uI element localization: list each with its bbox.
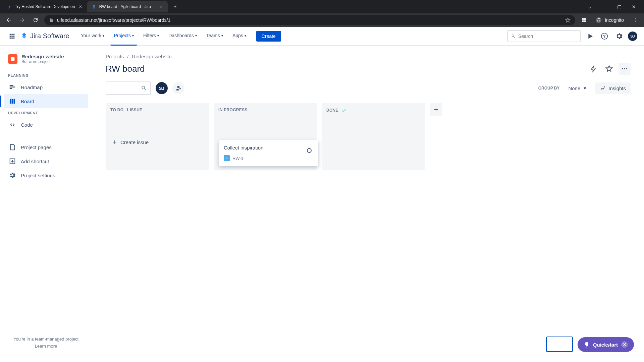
new-tab-button[interactable]: ＋ [170, 2, 180, 11]
search-input[interactable] [518, 34, 577, 39]
member-avatar[interactable]: SJ [156, 82, 168, 94]
tabs-dropdown-icon[interactable]: ⌄ [586, 4, 593, 9]
mini-panel-toggle[interactable] [546, 337, 573, 352]
top-nav: Jira Software Your work▾ Projects▾ Filte… [0, 27, 644, 46]
close-window-icon[interactable]: ✕ [631, 4, 637, 9]
incognito-icon [595, 17, 602, 23]
tab-title: RW board - Agile board - Jira [99, 4, 156, 9]
search-icon [141, 85, 147, 91]
board-search-input[interactable] [106, 81, 151, 95]
incognito-label: Incognito [605, 17, 624, 23]
sidebar-item-board[interactable]: Board [4, 94, 88, 108]
tab-close-icon[interactable]: ✕ [78, 4, 83, 9]
window-controls: ⌄ ─ ▢ ✕ [586, 4, 644, 9]
quickstart-close-icon[interactable]: ✕ [621, 341, 628, 348]
group-by-select[interactable]: None ▾ [564, 82, 590, 94]
insights-icon [600, 85, 606, 91]
chevron-down-icon: ▾ [195, 34, 197, 38]
reload-button[interactable] [31, 15, 40, 25]
main-content: Projects / Redesign website RW board SJ [92, 46, 644, 362]
search-icon [511, 34, 516, 39]
svg-point-5 [624, 68, 625, 69]
settings-icon[interactable] [613, 30, 625, 42]
star-icon[interactable] [565, 17, 571, 23]
star-icon[interactable] [603, 63, 615, 75]
footer-text: You're in a team-managed project [9, 337, 83, 342]
add-column-button[interactable]: ＋ [430, 103, 442, 116]
tab-title: Try Hosted Software Developmen [15, 4, 75, 9]
sidebar-divider [7, 136, 85, 136]
insights-button[interactable]: Insights [595, 82, 631, 94]
nav-dashboards[interactable]: Dashboards▾ [165, 27, 200, 46]
chevron-down-icon: ▾ [103, 34, 104, 38]
user-avatar[interactable]: SJ [628, 32, 637, 41]
chevron-down-icon: ▾ [245, 34, 246, 38]
add-member-button[interactable] [172, 82, 184, 94]
plus-icon [112, 139, 118, 145]
incognito-badge[interactable]: Incognito [593, 17, 627, 23]
footer-learn-more-link[interactable]: Learn more [9, 344, 83, 349]
floating-actions: Quickstart ✕ [546, 337, 634, 352]
breadcrumb-separator: / [127, 54, 128, 59]
sidebar-item-project-pages[interactable]: Project pages [4, 140, 88, 154]
global-search[interactable] [507, 30, 581, 42]
pages-icon [9, 143, 16, 151]
group-by-label: GROUP BY [538, 86, 560, 90]
nav-your-work[interactable]: Your work▾ [77, 27, 108, 46]
sidebar-item-code[interactable]: Code [4, 118, 88, 132]
sidebar-item-roadmap[interactable]: Roadmap [4, 80, 88, 94]
extensions-icon[interactable] [579, 15, 589, 25]
nav-apps[interactable]: Apps▾ [229, 27, 250, 46]
check-icon [341, 108, 346, 113]
tab-close-icon[interactable]: ✕ [158, 4, 164, 9]
filter-row: SJ GROUP BY None ▾ Insights [106, 81, 631, 95]
help-icon[interactable]: ? [598, 30, 610, 42]
maximize-icon[interactable]: ▢ [616, 4, 623, 9]
add-shortcut-icon [9, 158, 16, 165]
more-icon[interactable] [619, 63, 631, 75]
jira-logo-icon [20, 32, 28, 40]
project-header[interactable]: Redesign website Software project [4, 54, 88, 71]
svg-point-4 [622, 68, 623, 69]
sidebar-item-add-shortcut[interactable]: Add shortcut [4, 154, 88, 168]
breadcrumb-link[interactable]: Redesign website [132, 54, 171, 59]
url-text: uifeed.atlassian.net/jira/software/proje… [57, 17, 562, 23]
column-title: DONE [326, 108, 338, 113]
issue-card-dragging[interactable]: Collect inspiration RW-1 [219, 140, 318, 166]
app-switcher-icon[interactable] [7, 31, 17, 42]
create-button[interactable]: Create [256, 31, 281, 42]
board-column-todo[interactable]: TO DO 1 ISSUE Create issue [106, 103, 209, 170]
sidebar-item-project-settings[interactable]: Project settings [4, 168, 88, 182]
sidebar-section-planning: PLANNING [4, 71, 88, 80]
create-issue-button[interactable]: Create issue [110, 136, 204, 148]
automation-icon[interactable] [588, 63, 600, 75]
chevron-down-icon: ▾ [157, 34, 159, 38]
project-name: Redesign website [21, 54, 64, 59]
roadmap-icon [9, 83, 16, 91]
address-bar: uifeed.atlassian.net/jira/software/proje… [0, 13, 644, 27]
svg-rect-3 [11, 57, 15, 61]
board-column-done[interactable]: DONE [322, 103, 425, 170]
quickstart-button[interactable]: Quickstart ✕ [578, 337, 634, 352]
back-button[interactable] [4, 15, 13, 25]
jira-logo[interactable]: Jira Software [20, 32, 69, 40]
svg-point-6 [626, 68, 628, 69]
url-field[interactable]: uifeed.atlassian.net/jira/software/proje… [44, 15, 575, 25]
nav-filters[interactable]: Filters▾ [140, 27, 162, 46]
breadcrumb: Projects / Redesign website [106, 54, 631, 59]
browser-tab[interactable]: RW board - Agile board - Jira ✕ [87, 1, 168, 12]
minimize-icon[interactable]: ─ [601, 4, 608, 9]
browser-menu-icon[interactable]: ⋮ [631, 15, 640, 25]
nav-projects[interactable]: Projects▾ [110, 27, 137, 46]
board-header: RW board [106, 63, 631, 75]
chevron-down-icon: ▾ [221, 34, 223, 38]
browser-tab[interactable]: Try Hosted Software Developmen ✕ [3, 1, 87, 12]
grab-cursor-icon [307, 148, 312, 153]
notifications-icon[interactable] [584, 30, 596, 42]
forward-button[interactable] [17, 15, 27, 25]
nav-teams[interactable]: Teams▾ [203, 27, 226, 46]
column-count: 1 ISSUE [126, 108, 142, 112]
chevron-down-icon: ▾ [132, 34, 134, 38]
breadcrumb-link[interactable]: Projects [106, 54, 124, 59]
logo-text: Jira Software [30, 32, 69, 40]
